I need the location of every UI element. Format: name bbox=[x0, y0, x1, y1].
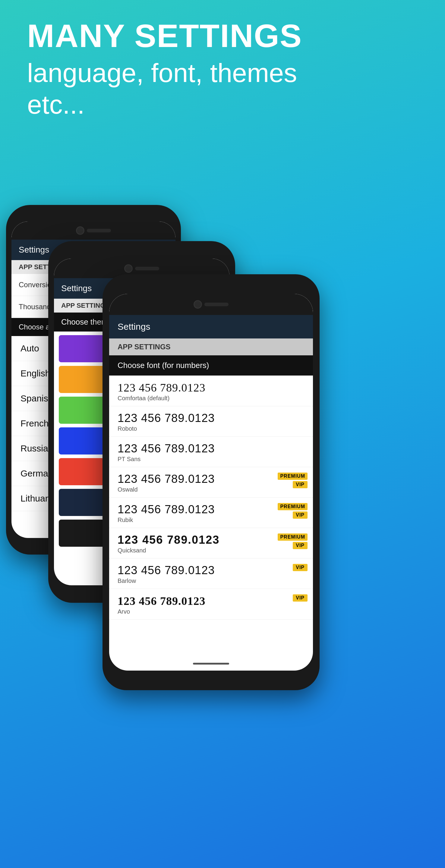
badge-premium-oswald: PREMIUM bbox=[278, 472, 307, 480]
font-oswald-badges: PREMIUM VIP bbox=[278, 472, 307, 488]
phone3-screen: Settings APP SETTINGS Choose font (for n… bbox=[109, 294, 313, 671]
badge-premium-rubik: PREMIUM bbox=[278, 503, 307, 510]
phone3-settings-header: Settings bbox=[109, 315, 313, 338]
font-item-barlow[interactable]: 123 456 789.0123 Barlow VIP bbox=[109, 558, 313, 589]
phone1-speaker bbox=[87, 229, 111, 232]
phone3-font-prompt: Choose font (for numbers) bbox=[109, 355, 313, 375]
badge-vip-barlow: VIP bbox=[293, 564, 307, 571]
hero-subtitle: language, font, themes etc... bbox=[27, 57, 302, 121]
phone3-home-bar bbox=[193, 663, 229, 664]
font-item-rubik[interactable]: 123 456 789.0123 Rubik PREMIUM VIP bbox=[109, 498, 313, 528]
badge-premium-quicksand: PREMIUM bbox=[278, 533, 307, 541]
phone-font: Settings APP SETTINGS Choose font (for n… bbox=[102, 274, 320, 690]
font-rubik-badges: PREMIUM VIP bbox=[278, 503, 307, 519]
phone3-app-settings: APP SETTINGS bbox=[109, 338, 313, 355]
font-item-ptsans[interactable]: 123 456 789.0123 PT Sans bbox=[109, 437, 313, 467]
font-item-oswald[interactable]: 123 456 789.0123 Oswald PREMIUM VIP bbox=[109, 467, 313, 498]
badge-vip-oswald: VIP bbox=[293, 481, 307, 488]
phone3-camera bbox=[194, 300, 202, 309]
badge-vip-quicksand: VIP bbox=[293, 542, 307, 549]
font-item-roboto[interactable]: 123 456 789.0123 Roboto bbox=[109, 406, 313, 437]
phones-container: Settings APP SETTINGS Conversion Thousan… bbox=[0, 205, 445, 868]
badge-vip-arvo: VIP bbox=[293, 594, 307, 601]
hero-title: MANY SETTINGS bbox=[27, 18, 302, 54]
badge-vip-rubik: VIP bbox=[293, 512, 307, 519]
phone3-notch bbox=[109, 294, 313, 315]
phone2-camera bbox=[124, 264, 132, 273]
phone1-camera bbox=[76, 226, 84, 235]
font-item-quicksand[interactable]: 123 456 789.0123 Quicksand PREMIUM VIP bbox=[109, 528, 313, 558]
font-item-arvo[interactable]: 123 456 789.0123 Arvo VIP bbox=[109, 589, 313, 620]
phone1-notch bbox=[11, 221, 175, 240]
font-item-comfortaa[interactable]: 123 456 789.0123 Comfortaa (default) bbox=[109, 375, 313, 406]
phone2-speaker bbox=[135, 267, 159, 270]
phone3-speaker bbox=[204, 303, 229, 306]
hero-section: MANY SETTINGS language, font, themes etc… bbox=[27, 18, 302, 121]
font-quicksand-badges: PREMIUM VIP bbox=[278, 533, 307, 549]
font-arvo-badges: VIP bbox=[293, 594, 307, 601]
font-barlow-badges: VIP bbox=[293, 564, 307, 571]
